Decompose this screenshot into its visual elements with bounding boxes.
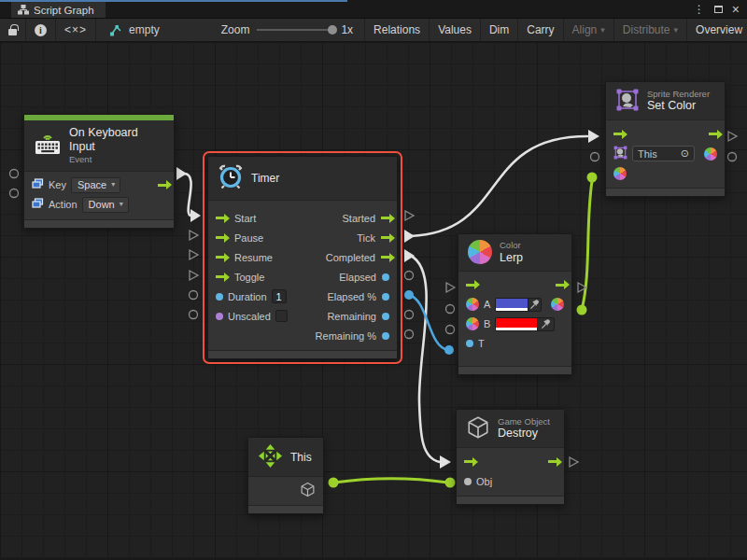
graph-breadcrumb[interactable]: empty bbox=[96, 19, 173, 41]
carry-button[interactable]: Carry bbox=[518, 19, 563, 41]
node-header: This bbox=[248, 438, 323, 477]
port-setcolor-value-out[interactable] bbox=[728, 153, 737, 161]
code-toggle-button[interactable]: <×> bbox=[56, 19, 96, 41]
zoom-slider[interactable] bbox=[257, 29, 333, 31]
port-setcolor-color-in[interactable] bbox=[587, 173, 598, 183]
overview-button[interactable]: Overview bbox=[687, 19, 747, 41]
flow-arrow-out bbox=[381, 217, 389, 219]
keyboard-key-row: Key Space ▾ bbox=[24, 175, 174, 195]
flow-arrow-out bbox=[548, 460, 557, 463]
node-on-keyboard-input[interactable]: On Keyboard Input Event Key Space ▾ bbox=[23, 114, 175, 229]
wire-lerp-to-setcolor-color[interactable] bbox=[582, 181, 592, 310]
zoom-value: 1x bbox=[341, 23, 353, 36]
lerp-b-row: B bbox=[458, 315, 571, 334]
port-timer-tick-out[interactable] bbox=[404, 230, 415, 243]
port-timer-completed-out[interactable] bbox=[404, 249, 415, 262]
window-menu-icon[interactable]: ⋮ bbox=[694, 4, 705, 15]
value-port-dot bbox=[466, 340, 473, 347]
port-lerp-flow-out[interactable] bbox=[578, 283, 586, 292]
wire-keyboard-to-timer-start[interactable] bbox=[184, 174, 191, 216]
port-destroy-flow-out[interactable] bbox=[570, 457, 578, 467]
zoom-slider-handle[interactable] bbox=[328, 25, 337, 35]
port-lerp-result-out[interactable] bbox=[577, 305, 587, 315]
wire-this-to-destroy-obj[interactable] bbox=[334, 479, 448, 483]
node-graph-icon bbox=[109, 24, 123, 36]
port-lerp-flow-in[interactable] bbox=[446, 283, 455, 292]
port-timer-remainingpct-out[interactable] bbox=[405, 330, 414, 339]
port-timer-elapsedpct-out[interactable] bbox=[404, 290, 414, 300]
wire-tick-to-setcolor-flow[interactable] bbox=[411, 136, 587, 236]
dim-button[interactable]: Dim bbox=[481, 19, 518, 41]
timer-row-resume: Resume Completed bbox=[208, 247, 397, 267]
color-a-swatch[interactable] bbox=[496, 299, 528, 311]
color-b-swatch[interactable] bbox=[496, 318, 537, 330]
color-wheel-icon bbox=[466, 298, 479, 311]
flow-arrow-out bbox=[556, 284, 564, 287]
node-header: Sprite Renderer Set Color bbox=[606, 82, 725, 120]
node-title: Set Color bbox=[647, 99, 710, 113]
port-setcolor-flow-in[interactable] bbox=[588, 130, 599, 143]
destroy-obj-row: Obj bbox=[457, 471, 564, 491]
alarm-clock-icon bbox=[218, 164, 244, 192]
close-icon[interactable]: × bbox=[732, 3, 740, 16]
key-dropdown[interactable]: Space ▾ bbox=[71, 177, 120, 193]
values-button[interactable]: Values bbox=[430, 19, 481, 41]
port-destroy-flow-in[interactable] bbox=[440, 455, 451, 469]
port-timer-resume-in[interactable] bbox=[190, 250, 198, 259]
flow-arrow-out bbox=[381, 256, 389, 259]
graph-canvas[interactable]: On Keyboard Input Event Key Space ▾ bbox=[0, 42, 747, 558]
wire-completed-to-destroy-flow[interactable] bbox=[411, 256, 440, 462]
eyedropper-icon[interactable] bbox=[537, 318, 554, 330]
info-button[interactable]: i bbox=[26, 19, 56, 41]
color-b-field[interactable] bbox=[495, 317, 555, 331]
port-keyboard-key-in[interactable] bbox=[10, 170, 19, 178]
distribute-button[interactable]: Distribute▾ bbox=[614, 19, 687, 41]
node-color-lerp[interactable]: Color Lerp A bbox=[458, 233, 572, 375]
port-setcolor-flow-out[interactable] bbox=[728, 132, 737, 141]
duration-input[interactable]: 1 bbox=[272, 289, 287, 303]
node-timer[interactable]: Timer Start Started Pause Tick Resume Co… bbox=[207, 156, 398, 359]
port-this-out[interactable] bbox=[329, 478, 339, 488]
port-keyboard-trigger-out[interactable] bbox=[176, 167, 187, 180]
port-keyboard-action-in[interactable] bbox=[10, 189, 19, 198]
port-timer-pause-in[interactable] bbox=[190, 231, 198, 240]
flow-arrow-in bbox=[216, 275, 224, 278]
destroy-flow-row bbox=[457, 452, 564, 471]
align-button[interactable]: Align▾ bbox=[564, 19, 614, 41]
target-object-field[interactable]: This ⊙ bbox=[632, 146, 695, 161]
port-lerp-b-in[interactable] bbox=[446, 326, 455, 334]
port-timer-toggle-in[interactable] bbox=[190, 271, 198, 280]
port-timer-elapsed-out[interactable] bbox=[405, 272, 414, 280]
port-timer-unscaled-in[interactable] bbox=[190, 311, 198, 319]
wire-elapsedpct-to-lerp-t[interactable] bbox=[409, 295, 448, 350]
color-wheel-icon bbox=[466, 317, 479, 330]
node-this[interactable]: This bbox=[247, 437, 324, 514]
object-picker-icon[interactable]: ⊙ bbox=[681, 147, 689, 160]
value-port-dot bbox=[382, 332, 389, 340]
node-set-color[interactable]: Sprite Renderer Set Color bbox=[605, 81, 726, 197]
port-timer-started-out[interactable] bbox=[405, 211, 414, 220]
node-destroy[interactable]: Game Object Destroy Obj bbox=[456, 409, 565, 505]
port-destroy-obj-in[interactable] bbox=[445, 478, 456, 488]
value-port-dot bbox=[216, 313, 223, 320]
flow-arrow-in bbox=[216, 217, 224, 219]
port-setcolor-target-in[interactable] bbox=[591, 153, 599, 161]
tab-script-graph[interactable]: Script Graph bbox=[11, 2, 106, 18]
relations-button[interactable]: Relations bbox=[364, 19, 430, 41]
chevron-down-icon: ▾ bbox=[674, 25, 679, 35]
maximize-icon[interactable] bbox=[714, 6, 723, 13]
node-footer bbox=[208, 350, 397, 358]
node-header: On Keyboard Input Event bbox=[24, 120, 174, 172]
port-timer-remaining-out[interactable] bbox=[405, 311, 414, 319]
port-timer-duration-in[interactable] bbox=[190, 291, 198, 300]
setcolor-flow-row bbox=[606, 124, 725, 144]
timer-row-duration: Duration 1 Elapsed % bbox=[208, 287, 397, 306]
port-lerp-a-in[interactable] bbox=[446, 305, 455, 314]
lock-button[interactable] bbox=[0, 19, 26, 41]
eyedropper-icon[interactable] bbox=[528, 299, 541, 311]
unscaled-checkbox[interactable] bbox=[275, 310, 288, 322]
action-dropdown[interactable]: Down ▾ bbox=[82, 197, 129, 213]
color-a-field[interactable] bbox=[495, 298, 542, 312]
port-lerp-t-in[interactable] bbox=[444, 345, 454, 355]
port-timer-start-in[interactable] bbox=[190, 209, 201, 222]
